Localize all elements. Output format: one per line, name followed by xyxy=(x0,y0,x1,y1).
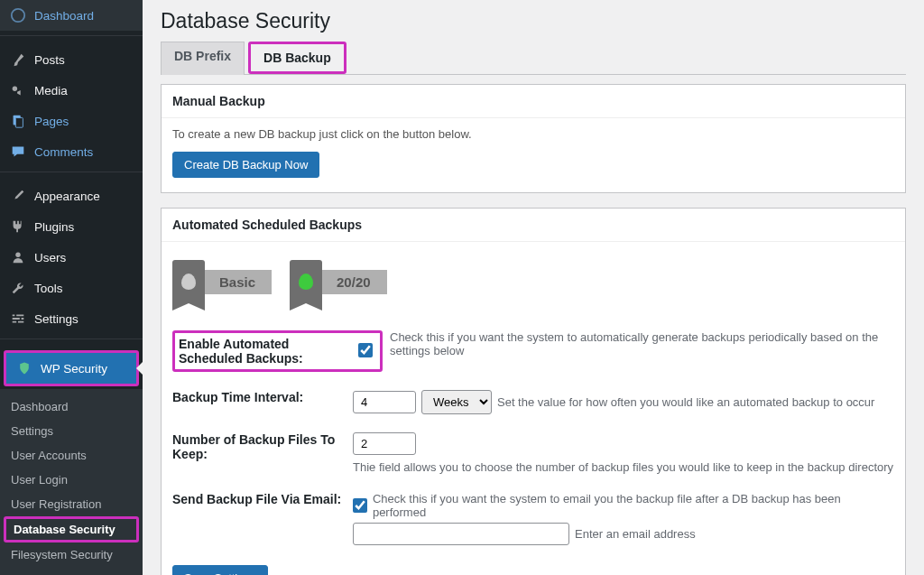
sidebar-label: Dashboard xyxy=(34,9,94,23)
wrench-icon xyxy=(9,279,27,297)
media-icon xyxy=(9,81,27,99)
svg-rect-3 xyxy=(15,117,23,127)
auto-backup-panel: Automated Scheduled Backups Basic 20/20 … xyxy=(161,208,906,575)
wp-security-submenu: Dashboard Settings User Accounts User Lo… xyxy=(0,389,143,575)
badge-score: 20/20 xyxy=(290,260,387,303)
user-icon xyxy=(9,248,27,266)
tab-db-prefix[interactable]: DB Prefix xyxy=(161,42,245,75)
brush-icon xyxy=(9,187,27,205)
badge-label: 20/20 xyxy=(320,270,387,294)
sliders-icon xyxy=(9,310,27,328)
menu-separator xyxy=(0,172,143,176)
sidebar-item-settings[interactable]: Settings xyxy=(0,303,143,334)
plug-icon xyxy=(9,218,27,236)
backup-keep-input[interactable] xyxy=(353,432,416,455)
security-badges: Basic 20/20 xyxy=(172,260,894,303)
sidebar-item-plugins[interactable]: Plugins xyxy=(0,211,143,242)
sidebar-label: Comments xyxy=(34,145,93,159)
dashboard-icon xyxy=(9,6,27,24)
sidebar-item-media[interactable]: Media xyxy=(0,75,143,106)
sidebar-label: WP Security xyxy=(41,362,107,376)
sidebar-item-dashboard[interactable]: Dashboard xyxy=(0,0,143,31)
tabs-nav: DB Prefix DB Backup xyxy=(161,42,906,75)
shield-icon xyxy=(290,260,322,303)
backup-interval-input[interactable] xyxy=(353,391,416,413)
backup-email-input[interactable] xyxy=(353,523,569,545)
submenu-database-security[interactable]: Database Security xyxy=(6,519,136,540)
sidebar-item-appearance[interactable]: Appearance xyxy=(0,181,143,211)
sidebar-label: Media xyxy=(34,84,68,97)
sidebar-label: Users xyxy=(34,251,66,264)
sidebar-item-pages[interactable]: Pages xyxy=(0,106,143,136)
submenu-filesystem-security[interactable]: Filesystem Security xyxy=(0,543,143,567)
shield-icon xyxy=(172,260,205,303)
sidebar-item-users[interactable]: Users xyxy=(0,242,143,273)
backup-keep-desc: Thie field allows you to choose the numb… xyxy=(353,460,893,474)
submenu-settings[interactable]: Settings xyxy=(0,419,143,443)
backup-interval-label: Backup Time Interval: xyxy=(172,390,353,404)
sidebar-label: Plugins xyxy=(34,220,74,234)
enable-auto-backup-label: Enable Automated Scheduled Backups: xyxy=(175,333,351,369)
menu-separator xyxy=(0,339,143,343)
auto-backup-heading: Automated Scheduled Backups xyxy=(162,209,905,242)
sidebar-label: Appearance xyxy=(34,190,100,203)
sidebar-item-wp-security[interactable]: WP Security xyxy=(6,353,136,384)
pages-icon xyxy=(9,112,27,130)
backup-interval-desc: Set the value for how often you would li… xyxy=(497,395,874,409)
backup-email-helper: Enter an email address xyxy=(575,527,696,541)
submenu-user-registration[interactable]: User Registration xyxy=(0,492,143,516)
manual-backup-heading: Manual Backup xyxy=(162,85,905,118)
backup-email-label: Send Backup File Via Email: xyxy=(172,492,353,506)
badge-label: Basic xyxy=(203,270,272,294)
sidebar-label: Settings xyxy=(34,312,79,326)
submenu-dashboard[interactable]: Dashboard xyxy=(0,394,143,419)
menu-separator xyxy=(0,35,143,40)
shield-icon xyxy=(15,359,33,377)
backup-keep-label: Number of Backup Files To Keep: xyxy=(172,432,353,461)
save-settings-button[interactable]: Save Settings xyxy=(172,565,268,575)
submenu-user-login[interactable]: User Login xyxy=(0,468,143,492)
manual-backup-panel: Manual Backup To create a new DB backup … xyxy=(161,84,906,193)
tab-db-backup[interactable]: DB Backup xyxy=(251,44,344,71)
sidebar-label: Tools xyxy=(34,282,63,295)
sidebar-item-comments[interactable]: Comments xyxy=(0,136,143,167)
sidebar-label: Pages xyxy=(34,115,69,128)
backup-email-checkbox[interactable] xyxy=(353,498,367,513)
badge-basic: Basic xyxy=(172,260,272,303)
submenu-user-accounts[interactable]: User Accounts xyxy=(0,443,143,468)
create-db-backup-button[interactable]: Create DB Backup Now xyxy=(172,152,319,178)
comments-icon xyxy=(9,143,27,161)
sidebar-label: Posts xyxy=(34,53,65,67)
backup-interval-unit-select[interactable]: Weeks xyxy=(421,390,492,414)
sidebar-item-posts[interactable]: Posts xyxy=(0,44,143,75)
backup-email-desc: Check this if you want the system to ema… xyxy=(373,492,894,519)
svg-point-1 xyxy=(13,87,17,91)
main-content: Database Security DB Prefix DB Backup Ma… xyxy=(143,0,924,575)
svg-point-4 xyxy=(15,253,20,257)
manual-backup-desc: To create a new DB backup just click on … xyxy=(172,127,894,141)
pin-icon xyxy=(9,51,27,69)
enable-auto-backup-desc: Check this if you want the system to aut… xyxy=(390,330,894,357)
page-title: Database Security xyxy=(161,9,906,42)
submenu-blacklist-manager[interactable]: Blacklist Manager xyxy=(0,567,143,575)
sidebar-item-tools[interactable]: Tools xyxy=(0,273,143,303)
enable-auto-backup-checkbox[interactable] xyxy=(358,343,373,357)
admin-sidebar: Dashboard Posts Media Pages Comments App… xyxy=(0,0,143,575)
